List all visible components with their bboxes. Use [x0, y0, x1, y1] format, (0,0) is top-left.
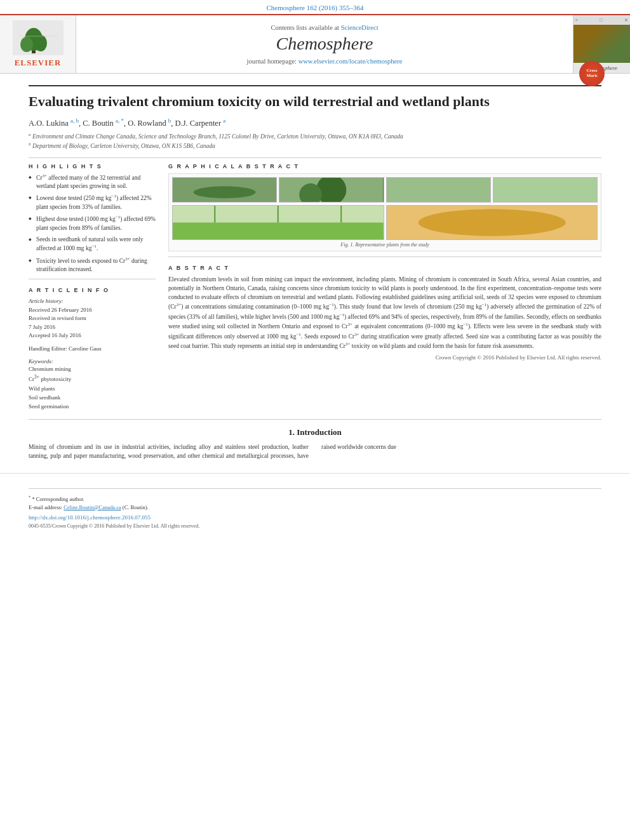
doi-link[interactable]: http://dx.doi.org/10.1016/j.chemosphere.…	[29, 514, 601, 521]
keywords-label: Keywords:	[29, 358, 156, 364]
ga-bottom-right	[386, 205, 598, 240]
logo-image	[13, 20, 64, 55]
issn-line: 0045-6535/Crown Copyright © 2016 Publish…	[29, 523, 601, 529]
thumb-top-bar: ≡□✕	[573, 15, 630, 25]
svg-point-8	[194, 186, 256, 198]
abstract-section: A B S T R A C T Elevated chromium levels…	[168, 265, 601, 361]
ga-image-3	[386, 177, 491, 203]
two-column-layout: H I G H L I G H T S Cr3+ affected many o…	[29, 163, 601, 411]
svg-rect-12	[387, 178, 490, 202]
article-info-section: A R T I C L E I N F O Article history: R…	[29, 287, 156, 411]
ga-bottom-left	[172, 205, 384, 240]
crossmark-badge: CrossMark	[579, 61, 608, 90]
title-area: Evaluating trivalent chromium toxicity o…	[29, 93, 601, 111]
divider-1	[29, 157, 601, 158]
article-history: Article history: Received 26 February 20…	[29, 297, 156, 340]
ga-image-2	[279, 177, 384, 203]
authors-line: A.O. Lukina a, b, C. Boutin a, *, O. Row…	[29, 117, 601, 128]
revised-date: 7 July 2016	[29, 324, 55, 330]
affiliations: a Environment and Climate Change Canada,…	[29, 131, 601, 151]
highlight-item: Cr3+ affected many of the 32 terrestrial…	[29, 173, 156, 191]
header-center: Contents lists available at ScienceDirec…	[76, 15, 573, 73]
homepage-url[interactable]: www.elsevier.com/locate/chemosphere	[298, 58, 403, 65]
journal-ref-text: Chemosphere 162 (2016) 355–364	[266, 4, 363, 11]
journal-title: Chemosphere	[276, 34, 373, 54]
received-revised: Received in revised form	[29, 315, 86, 321]
page: Chemosphere 162 (2016) 355–364 ELSEVIER	[0, 0, 630, 840]
copyright-text: Crown Copyright © 2016 Published by Else…	[168, 354, 601, 361]
ga-image-1	[172, 177, 277, 203]
affiliation-b: Department of Biology, Carleton Universi…	[32, 143, 215, 149]
author-email[interactable]: Celine.Boutin@Canada.ca	[64, 504, 121, 510]
svg-point-3	[20, 37, 33, 52]
intro-text: Mining of chromium and its use in indust…	[29, 443, 601, 461]
handling-editor: Handling Editor: Caroline Gaus	[29, 345, 156, 352]
footnote: * * Corresponding author. E-mail address…	[29, 494, 601, 511]
sciencedirect-link[interactable]: ScienceDirect	[341, 24, 379, 31]
journal-reference: Chemosphere 162 (2016) 355–364	[0, 0, 630, 14]
main-content: Evaluating trivalent chromium toxicity o…	[0, 74, 630, 460]
bottom-divider	[29, 419, 601, 420]
abstract-text: Elevated chromium levels in soil from mi…	[168, 275, 601, 351]
ga-image-4	[493, 177, 598, 203]
crossmark-icon: CrossMark	[579, 61, 605, 86]
left-column: H I G H L I G H T S Cr3+ affected many o…	[29, 163, 156, 411]
highlight-item: Seeds in seedbank of natural soils were …	[29, 236, 156, 253]
article-info-heading: A R T I C L E I N F O	[29, 287, 156, 293]
graphical-abstract-box: Fig. 1. Representative plants from the s…	[168, 173, 601, 251]
keywords-list: Chromium mining Cr3+ phytotoxicity Wild …	[29, 364, 156, 411]
corresponding-note: * Corresponding author.	[32, 496, 84, 502]
divider-left-mid	[29, 279, 156, 279]
history-label: Article history:	[29, 298, 64, 304]
email-suffix: (C. Boutin).	[123, 504, 149, 510]
intro-heading: 1. Introduction	[29, 427, 601, 437]
highlights-list: Cr3+ affected many of the 32 terrestrial…	[29, 173, 156, 274]
highlight-item: Toxicity level to seeds exposed to Cr3+ …	[29, 257, 156, 274]
received-date: Received 26 February 2016	[29, 307, 92, 313]
footer-area: * * Corresponding author. E-mail address…	[0, 473, 630, 533]
right-column: G R A P H I C A L A B S T R A C T	[168, 163, 601, 411]
highlights-heading: H I G H L I G H T S	[29, 163, 156, 170]
article-title: Evaluating trivalent chromium toxicity o…	[29, 93, 511, 111]
svg-point-20	[418, 209, 565, 236]
ga-image-grid	[172, 177, 598, 203]
svg-rect-15	[173, 222, 384, 239]
divider-right-mid	[168, 257, 601, 257]
email-label: E-mail address:	[29, 504, 62, 510]
introduction-section: 1. Introduction Mining of chromium and i…	[29, 427, 601, 461]
top-divider	[29, 85, 601, 86]
header-bar: ELSEVIER Contents lists available at Sci…	[0, 14, 630, 74]
highlight-item: Lowest dose tested (250 mg kg−1) affecte…	[29, 194, 156, 211]
abstract-heading: A B S T R A C T	[168, 265, 601, 271]
svg-point-4	[34, 35, 47, 51]
keywords-section: Keywords: Chromium mining Cr3+ phytotoxi…	[29, 358, 156, 411]
accepted-date: Accepted 16 July 2016	[29, 332, 81, 338]
highlight-item: Highest dose tested (1000 mg kg−1) affec…	[29, 215, 156, 232]
svg-rect-13	[493, 178, 597, 202]
ga-bottom-images	[172, 205, 598, 240]
graphical-abstract-heading: G R A P H I C A L A B S T R A C T	[168, 163, 601, 170]
journal-homepage: journal homepage: www.elsevier.com/locat…	[247, 58, 403, 65]
elsevier-label: ELSEVIER	[15, 58, 62, 68]
footer-divider	[29, 488, 601, 489]
contents-available: Contents lists available at ScienceDirec…	[271, 24, 378, 31]
thumb-image	[573, 25, 630, 63]
elsevier-logo: ELSEVIER	[0, 15, 76, 73]
affiliation-a: Environment and Climate Change Canada, S…	[32, 133, 403, 140]
ga-caption: Fig. 1. Representative plants from the s…	[172, 242, 598, 248]
